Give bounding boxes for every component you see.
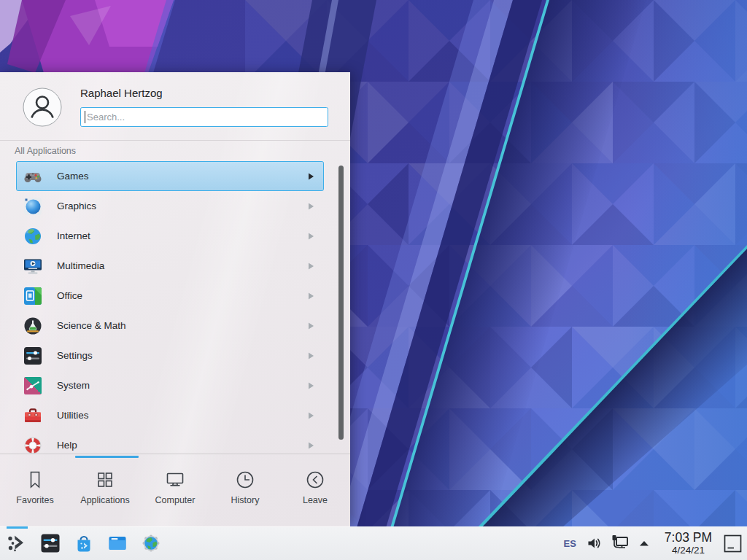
submenu-arrow-icon [308, 322, 314, 330]
footer-divider [0, 454, 350, 454]
tab-computer[interactable]: Computer [140, 460, 210, 526]
computer-icon [165, 470, 185, 490]
tab-history[interactable]: History [210, 460, 280, 526]
tab-label: Leave [303, 495, 328, 505]
menu-item-settings[interactable]: Settings [16, 341, 324, 370]
system-icon [23, 376, 42, 395]
submenu-arrow-icon [308, 442, 314, 449]
menu-item-label: Science & Math [57, 320, 126, 331]
menu-item-multimedia[interactable]: Multimedia [16, 251, 324, 281]
tab-leave[interactable]: Leave [280, 460, 350, 526]
system-settings-icon[interactable] [40, 533, 61, 553]
tab-label: History [231, 495, 260, 505]
menu-item-label: System [57, 380, 90, 391]
menu-item-label: Utilities [57, 410, 89, 421]
tab-applications[interactable]: Applications [70, 460, 140, 526]
footer-tab-bar: Favorites Applications Computer [0, 460, 350, 526]
digital-clock[interactable]: 7:03 PM 4/24/21 [665, 531, 712, 556]
settings-icon [23, 346, 42, 365]
keyboard-layout-indicator[interactable]: ES [563, 538, 576, 549]
tab-label: Favorites [16, 495, 53, 505]
submenu-arrow-icon [308, 262, 314, 270]
menu-item-games[interactable]: Games [16, 161, 324, 191]
menu-item-label: Games [57, 171, 89, 182]
active-tab-indicator [75, 456, 139, 458]
submenu-arrow-icon [308, 412, 314, 419]
menu-item-label: Office [57, 290, 82, 301]
science-icon [23, 316, 42, 335]
submenu-arrow-icon [308, 233, 314, 240]
menu-item-system[interactable]: System [16, 370, 324, 400]
menu-item-utilities[interactable]: Utilities [16, 400, 324, 430]
history-icon [235, 470, 255, 490]
user-avatar[interactable] [23, 88, 62, 127]
section-label: All Applications [15, 146, 76, 156]
network-icon[interactable] [611, 534, 630, 553]
taskbar-app-icons [0, 533, 161, 553]
menu-item-science-math[interactable]: Science & Math [16, 311, 324, 341]
tab-label: Applications [80, 495, 129, 505]
submenu-arrow-icon [308, 382, 314, 389]
utilities-icon [23, 406, 42, 425]
menu-item-office[interactable]: Office [16, 281, 324, 311]
tray-expand-icon[interactable] [638, 537, 651, 550]
menu-item-graphics[interactable]: Graphics [16, 191, 324, 221]
discover-icon[interactable] [74, 533, 94, 553]
volume-icon[interactable] [587, 535, 603, 551]
multimedia-icon [23, 257, 42, 276]
games-icon [23, 167, 42, 186]
header-divider [0, 140, 350, 141]
menu-item-label: Help [57, 440, 77, 451]
internet-icon [23, 227, 42, 246]
submenu-arrow-icon [308, 352, 314, 359]
launcher-active-indicator [7, 526, 28, 529]
submenu-arrow-icon [308, 292, 314, 300]
system-tray: ES 7:03 PM 4/24/21 [563, 531, 747, 556]
applications-icon [95, 470, 115, 490]
leave-icon [305, 470, 325, 490]
user-name: Raphael Hertzog [80, 87, 163, 99]
menu-item-help[interactable]: Help [16, 430, 324, 454]
scrollbar-thumb[interactable] [338, 166, 344, 440]
clock-time: 7:03 PM [665, 531, 712, 545]
menu-item-internet[interactable]: Internet [16, 221, 324, 251]
menu-item-label: Internet [57, 230, 90, 241]
help-icon [23, 436, 42, 454]
menu-item-label: Graphics [57, 201, 96, 211]
browser-icon[interactable] [141, 533, 161, 553]
text-caret [85, 111, 85, 123]
tab-favorites[interactable]: Favorites [0, 460, 70, 526]
taskbar-panel: ES 7:03 PM 4/24/21 [0, 526, 747, 560]
menu-item-label: Multimedia [57, 260, 104, 271]
wallpaper-purple-cluster [0, 0, 175, 73]
office-icon [23, 287, 42, 306]
menu-item-label: Settings [57, 350, 93, 361]
search-input[interactable] [80, 107, 328, 127]
app-category-list: Games Graphics [0, 161, 350, 454]
dolphin-icon[interactable] [107, 533, 128, 553]
graphics-icon [23, 197, 42, 216]
kickoff-launcher-icon[interactable] [7, 533, 27, 553]
application-launcher: Raphael Hertzog All Applications Games [0, 72, 350, 526]
submenu-arrow-icon [308, 173, 314, 180]
user-icon [23, 88, 62, 127]
show-desktop-widget[interactable] [724, 534, 742, 553]
clock-date: 4/24/21 [672, 545, 705, 556]
favorites-icon [25, 470, 45, 490]
tab-label: Computer [155, 495, 196, 505]
submenu-arrow-icon [308, 203, 314, 210]
